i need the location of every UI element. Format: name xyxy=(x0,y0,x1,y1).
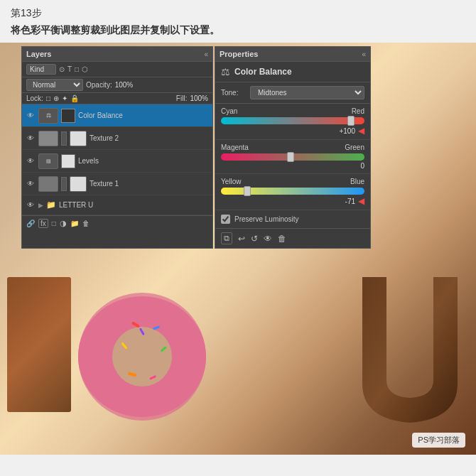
group-name: LETTER U xyxy=(59,201,209,209)
delete-layer-icon[interactable]: 🗑 xyxy=(82,220,90,227)
preserve-luminosity-label: Preserve Luminosity xyxy=(234,215,299,223)
slider-left-label-1: Magenta xyxy=(221,144,249,151)
fill-value[interactable]: 100% xyxy=(190,94,208,102)
lock-icon-lock[interactable]: 🔒 xyxy=(70,94,79,102)
layer-mask-1 xyxy=(61,131,67,146)
slider-right-label-2: Blue xyxy=(350,178,364,185)
layer-mask-img-3 xyxy=(70,176,87,192)
layers-collapse-btn[interactable]: « xyxy=(204,50,208,58)
tone-label: Tone: xyxy=(221,89,246,97)
layer-icon-adjust: T xyxy=(67,65,72,73)
layers-panel: Layers « Kind ⊙ T □ ⬡ Normal xyxy=(21,46,213,249)
blend-mode-dropdown[interactable]: Normal xyxy=(26,79,83,91)
slider-thumb-0[interactable] xyxy=(347,116,355,126)
layer-name-3: Texture 1 xyxy=(90,180,209,188)
reset-icon[interactable]: ↩ xyxy=(238,234,245,244)
slider-track-0[interactable] xyxy=(221,117,364,124)
instruction-text: 将色彩平衡调整剪裁到此图层并复制以下设置。 xyxy=(11,24,465,37)
layers-panel-header: Layers « xyxy=(22,47,212,62)
kind-row: Kind ⊙ T □ ⬡ xyxy=(22,62,212,77)
slider-labels-0: Cyan Red xyxy=(221,107,364,115)
slider-labels-2: Yellow Blue xyxy=(221,178,364,185)
tone-dropdown[interactable]: Midtones Shadows Highlights xyxy=(250,86,364,99)
color-balance-icon: ⚖ xyxy=(221,66,230,77)
copy-to-new-icon[interactable]: ⧉ xyxy=(221,232,232,244)
new-layer-icon[interactable]: □ xyxy=(52,220,56,227)
slider-labels-1: Magenta Green xyxy=(221,144,364,151)
eye-icon-group[interactable]: 👁 xyxy=(26,201,36,209)
layer-name-0: Color Balance xyxy=(78,112,209,119)
properties-header: Properties « xyxy=(215,47,370,62)
slider-value-row-0: +100 ◀ xyxy=(221,126,364,136)
layer-texture1[interactable]: 👁 Texture 1 xyxy=(22,173,212,195)
fx-icon[interactable]: fx xyxy=(38,219,48,228)
eye-icon-0[interactable]: 👁 xyxy=(26,112,36,119)
fill-label: Fill: xyxy=(176,94,188,102)
slider-right-label-1: Green xyxy=(345,144,364,151)
lock-icon-box[interactable]: □ xyxy=(46,94,50,102)
slider-value-0: +100 xyxy=(337,127,355,135)
lock-label: Lock: xyxy=(26,94,43,102)
preserve-luminosity-row: Preserve Luminosity xyxy=(215,210,370,229)
adjustment-icon[interactable]: ◑ xyxy=(60,219,67,228)
layer-color-balance[interactable]: 👁 ⚖ Color Balance xyxy=(22,104,212,127)
layers-title: Layers xyxy=(26,50,51,58)
eye-icon-2[interactable]: 👁 xyxy=(26,157,36,165)
visibility-icon[interactable]: 👁 xyxy=(264,234,272,244)
folder-icon: 📁 xyxy=(46,200,56,210)
slider-cyan-red: Cyan Red +100 ◀ xyxy=(215,104,370,140)
layer-thumb-1 xyxy=(38,131,58,146)
opacity-value[interactable]: 100% xyxy=(115,81,134,89)
layer-icon-circle: ⊙ xyxy=(59,65,65,73)
layer-group-letter-u[interactable]: 👁 ▶ 📁 LETTER U xyxy=(22,195,212,215)
layers-bottom-bar: 🔗 fx □ ◑ 📁 🗑 xyxy=(22,215,212,231)
slider-track-2[interactable] xyxy=(221,188,364,195)
layer-name-2: Levels xyxy=(78,157,209,165)
panels-container: Layers « Kind ⊙ T □ ⬡ Normal xyxy=(21,46,371,249)
slider-thumb-1[interactable] xyxy=(287,152,294,162)
layer-texture2[interactable]: 👁 Texture 2 xyxy=(22,127,212,150)
slider-left-label-2: Yellow xyxy=(221,178,242,185)
slider-arrow-2: ◀ xyxy=(358,196,364,206)
prop-title-row: ⚖ Color Balance xyxy=(215,62,370,82)
delete-icon[interactable]: 🗑 xyxy=(278,234,286,244)
layer-levels[interactable]: 👁 ▤ Levels xyxy=(22,150,212,173)
letter-u-decoration xyxy=(355,270,465,430)
kind-dropdown[interactable]: Kind xyxy=(26,64,56,75)
layer-name-1: Texture 2 xyxy=(90,134,209,142)
color-balance-title: Color Balance xyxy=(234,67,292,77)
layer-thumb-0: ⚖ xyxy=(38,108,58,124)
slider-value-row-1: 0 xyxy=(221,162,364,170)
layer-mask-0 xyxy=(61,109,75,123)
properties-title: Properties xyxy=(220,50,258,58)
eye-icon-3[interactable]: 👁 xyxy=(26,180,36,188)
folder-new-icon[interactable]: 📁 xyxy=(70,220,79,227)
layer-icon-shape: □ xyxy=(75,65,79,73)
layer-thumb-2: ▤ xyxy=(38,153,58,169)
properties-panel: Properties « ⚖ Color Balance Tone: Midto… xyxy=(215,46,371,249)
opacity-row: Opacity: 100% xyxy=(86,81,133,89)
slider-left-label-0: Cyan xyxy=(221,107,237,115)
eye-icon-1[interactable]: 👁 xyxy=(26,134,36,142)
page-container: 第13步 将色彩平衡调整剪裁到此图层并复制以下设置。 xyxy=(0,0,476,476)
lock-fill-row: Lock: □ ⊕ ✦ 🔒 Fill: 100% xyxy=(22,93,212,104)
slider-value-1: 0 xyxy=(347,162,364,170)
lock-icon-move[interactable]: ⊕ xyxy=(53,94,59,102)
slider-track-1[interactable] xyxy=(221,153,364,161)
top-text-area: 第13步 将色彩平衡调整剪裁到此图层并复制以下设置。 xyxy=(0,0,476,43)
lock-icon-art[interactable]: ✦ xyxy=(62,94,67,102)
layer-thumb-3 xyxy=(38,176,58,192)
layer-icon-smart: ⬡ xyxy=(82,65,88,73)
ps-logo: PS学习部落 xyxy=(412,433,465,448)
slider-thumb-2[interactable] xyxy=(244,186,251,196)
letter-l-decoration xyxy=(7,277,71,412)
donut-decoration xyxy=(67,288,217,426)
tone-row: Tone: Midtones Shadows Highlights xyxy=(215,82,370,104)
link-icon[interactable]: 🔗 xyxy=(26,220,35,227)
redo-icon[interactable]: ↺ xyxy=(251,234,258,244)
layer-mask-3 xyxy=(61,177,67,191)
preserve-luminosity-checkbox[interactable] xyxy=(221,215,230,224)
properties-bottom-bar: ⧉ ↩ ↺ 👁 🗑 xyxy=(215,229,370,248)
properties-collapse-btn[interactable]: « xyxy=(362,50,366,58)
blend-opacity-row: Normal Opacity: 100% xyxy=(22,77,212,93)
